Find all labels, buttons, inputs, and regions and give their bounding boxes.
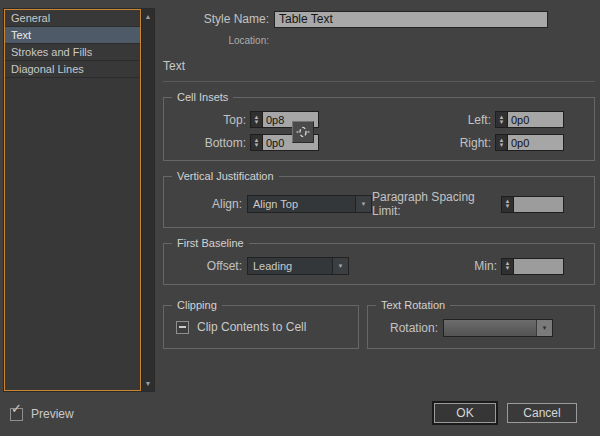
rotation-dropdown[interactable]: ▼ xyxy=(443,319,553,337)
cell-insets-row-1: Top: ▲▼ Left: ▲▼ xyxy=(176,111,564,128)
paragraph-spacing-limit-field[interactable] xyxy=(514,196,564,213)
preview-row: ✓ Preview xyxy=(10,407,74,421)
preview-label: Preview xyxy=(31,407,74,421)
align-dropdown[interactable]: Align Top ▼ xyxy=(247,195,372,213)
chevron-down-icon[interactable]: ▼ xyxy=(332,258,348,274)
clip-contents-label: Clip Contents to Cell xyxy=(197,320,306,334)
left-inset-field[interactable] xyxy=(508,111,564,128)
make-all-settings-same-button[interactable] xyxy=(292,121,314,143)
check-icon: ✓ xyxy=(11,401,22,416)
cell-insets-legend: Cell Insets xyxy=(172,91,233,103)
align-dropdown-value: Align Top xyxy=(248,196,355,212)
category-listbox[interactable]: General Text Strokes and Fills Diagonal … xyxy=(4,9,141,391)
first-baseline-row: Offset: Leading ▼ Min: ▲▼ xyxy=(176,257,564,275)
style-name-input[interactable] xyxy=(274,11,548,28)
offset-label: Offset: xyxy=(176,259,247,273)
location-label: Location: xyxy=(163,35,274,46)
scroll-up-icon[interactable]: ▲ xyxy=(145,13,152,20)
vertical-justification-group: Vertical Justification Align: Align Top … xyxy=(163,176,595,228)
right-inset-label: Right: xyxy=(439,136,495,150)
right-inset-field[interactable] xyxy=(508,134,564,151)
stepper-down-icon[interactable]: ▼ xyxy=(499,143,505,148)
offset-dropdown[interactable]: Leading ▼ xyxy=(247,257,349,275)
min-field[interactable] xyxy=(514,258,564,275)
bottom-groups: Clipping Clip Contents to Cell Text Rota… xyxy=(163,305,595,349)
vertical-justification-row: Align: Align Top ▼ Paragraph Spacing Lim… xyxy=(176,190,564,218)
first-baseline-legend: First Baseline xyxy=(172,237,249,249)
sidebar-item-diagonal-lines[interactable]: Diagonal Lines xyxy=(5,61,140,78)
rotation-label: Rotation: xyxy=(380,321,443,335)
cell-insets-group: Cell Insets Top: ▲▼ Left: ▲▼ Bottom: ▲▼ … xyxy=(163,97,595,161)
clipping-legend: Clipping xyxy=(172,299,222,311)
paragraph-spacing-limit-label: Paragraph Spacing Limit: xyxy=(372,190,501,218)
dialog-buttons: OK Cancel xyxy=(434,403,577,423)
section-divider xyxy=(163,81,595,82)
ok-button[interactable]: OK xyxy=(434,403,496,423)
location-row: Location: xyxy=(163,34,595,46)
sidebar-item-text[interactable]: Text xyxy=(5,27,140,44)
make-all-settings-same-icon xyxy=(296,125,310,139)
vertical-justification-legend: Vertical Justification xyxy=(172,170,279,182)
sidebar-item-general[interactable]: General xyxy=(5,10,140,27)
rotation-row: Rotation: ▼ xyxy=(380,319,584,337)
stepper-down-icon[interactable]: ▼ xyxy=(254,143,260,148)
right-inset-stepper[interactable]: ▲▼ xyxy=(495,134,508,151)
clip-contents-checkbox[interactable] xyxy=(176,321,189,334)
preview-checkbox[interactable]: ✓ xyxy=(10,408,23,421)
sidebar-item-strokes-and-fills[interactable]: Strokes and Fills xyxy=(5,44,140,61)
align-label: Align: xyxy=(176,197,247,211)
top-inset-stepper[interactable]: ▲▼ xyxy=(250,111,263,128)
text-rotation-legend: Text Rotation xyxy=(376,299,450,311)
chevron-down-icon[interactable]: ▼ xyxy=(355,196,371,212)
stepper-down-icon[interactable]: ▼ xyxy=(499,120,505,125)
chevron-down-icon[interactable]: ▼ xyxy=(536,320,552,336)
min-label: Min: xyxy=(474,259,501,273)
top-inset-label: Top: xyxy=(176,113,250,127)
style-name-row: Style Name: xyxy=(163,10,595,28)
indeterminate-dash-icon xyxy=(179,326,186,328)
list-scrollbar[interactable]: ▲ ▼ xyxy=(141,9,154,391)
style-name-label: Style Name: xyxy=(163,12,274,26)
cell-insets-row-2: Bottom: ▲▼ Right: ▲▼ xyxy=(176,134,564,151)
dialog-main-panel: Style Name: Location: Text Cell Insets T… xyxy=(163,10,595,349)
clip-contents-row: Clip Contents to Cell xyxy=(176,320,348,334)
page-title: Text xyxy=(163,59,595,73)
scroll-down-icon[interactable]: ▼ xyxy=(145,380,152,387)
clipping-group: Clipping Clip Contents to Cell xyxy=(163,305,359,349)
cancel-button[interactable]: Cancel xyxy=(507,403,577,423)
left-inset-label: Left: xyxy=(439,113,495,127)
text-rotation-group: Text Rotation Rotation: ▼ xyxy=(367,305,595,349)
offset-dropdown-value: Leading xyxy=(248,258,332,274)
bottom-inset-stepper[interactable]: ▲▼ xyxy=(250,134,263,151)
first-baseline-group: First Baseline Offset: Leading ▼ Min: ▲▼ xyxy=(163,243,595,285)
bottom-inset-label: Bottom: xyxy=(176,136,250,150)
stepper-down-icon[interactable]: ▼ xyxy=(254,120,260,125)
rotation-dropdown-value xyxy=(444,320,536,336)
stepper-down-icon[interactable]: ▼ xyxy=(505,266,511,271)
stepper-down-icon[interactable]: ▼ xyxy=(505,204,511,209)
paragraph-spacing-limit-stepper[interactable]: ▲▼ xyxy=(501,196,514,213)
left-inset-stepper[interactable]: ▲▼ xyxy=(495,111,508,128)
min-stepper[interactable]: ▲▼ xyxy=(501,258,514,275)
category-list-panel: General Text Strokes and Fills Diagonal … xyxy=(3,8,155,392)
